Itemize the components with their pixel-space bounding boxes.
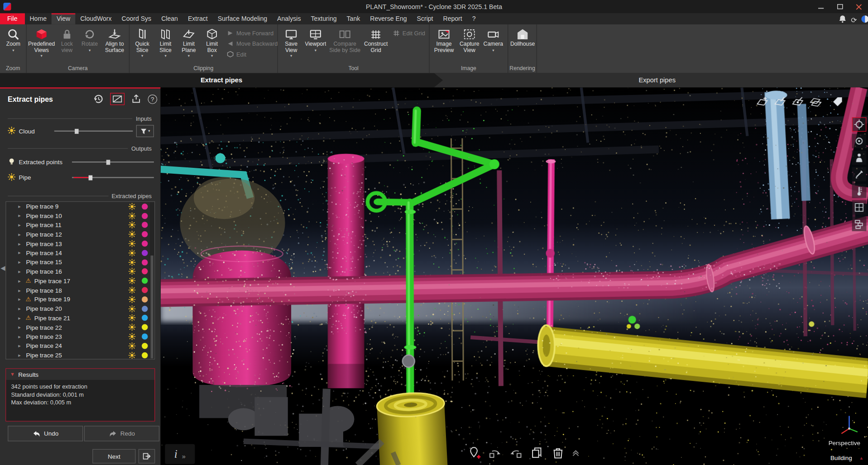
expand-arrow-icon[interactable]: ▸ <box>18 334 25 339</box>
pipe-trace-row[interactable]: ▸⚠Pipe trace 21 <box>6 313 154 323</box>
pipe-trace-row[interactable]: ▸Pipe trace 10 <box>6 211 154 221</box>
selection-tool-button[interactable] <box>110 93 125 105</box>
expand-arrow-icon[interactable]: ▸ <box>18 241 25 247</box>
save-view-button[interactable]: Save View ▾ <box>279 25 303 57</box>
tab-home[interactable]: Home <box>24 13 52 24</box>
tab-file[interactable]: File <box>0 13 24 24</box>
extracted-pipes-list[interactable]: ▸Pipe trace 9▸Pipe trace 10▸Pipe trace 1… <box>5 201 155 360</box>
visibility-sun-icon[interactable] <box>129 351 138 359</box>
projection-mode-label[interactable]: Perspective <box>829 440 860 446</box>
visibility-sun-icon[interactable] <box>129 268 138 275</box>
tab-export-pipes[interactable]: Export pipes <box>621 73 693 87</box>
expand-arrow-icon[interactable]: ▸ <box>18 204 25 209</box>
cloud-opacity-slider[interactable] <box>54 127 133 135</box>
move-backward-button[interactable]: Move Backward <box>227 40 278 47</box>
annotate-pen-button[interactable] <box>852 167 867 181</box>
pipe-trace-row[interactable]: ▸Pipe trace 18 <box>6 285 154 295</box>
list-scrollbar[interactable] <box>150 202 154 358</box>
compare-side-by-side-button[interactable]: Compare Side by Side <box>328 25 362 53</box>
pipe-trace-row[interactable]: ▸Pipe trace 12 <box>6 230 154 239</box>
pipe-trace-row[interactable]: ▸Pipe trace 14 <box>6 248 154 258</box>
tab-extract[interactable]: Extract <box>183 13 213 24</box>
pipe-trace-row[interactable]: ▸Pipe trace 15 <box>6 257 154 267</box>
tab-report[interactable]: Report <box>438 13 467 24</box>
tab-coord-sys[interactable]: Coord Sys <box>116 13 156 24</box>
edit-clipping-button[interactable]: Edit <box>227 51 278 57</box>
center-view-button[interactable] <box>852 134 867 148</box>
edit-grid-button[interactable]: Edit Grid <box>393 30 425 37</box>
limit-slice-button[interactable]: Limit Slice ▾ <box>154 25 177 57</box>
tab-analysis[interactable]: Analysis <box>272 13 306 24</box>
pipe-color-swatch[interactable] <box>142 231 148 237</box>
visibility-sun-icon[interactable] <box>129 231 138 238</box>
building-dropdown[interactable]: Building ▲ <box>826 451 868 465</box>
pipe-trace-row[interactable]: ▸⚠Pipe trace 19 <box>6 295 154 304</box>
axis-gizmo[interactable] <box>839 413 859 437</box>
layers-button[interactable] <box>852 217 867 231</box>
visibility-sun-icon[interactable] <box>129 296 138 303</box>
tab-help[interactable]: ? <box>467 13 481 24</box>
move-forward-button[interactable]: Move Forward <box>227 30 278 37</box>
tab-extract-pipes[interactable]: Extract pipes <box>0 73 443 87</box>
tab-texturing[interactable]: Texturing <box>306 13 341 24</box>
add-point-button[interactable] <box>466 445 481 460</box>
expand-arrow-icon[interactable]: ▸ <box>18 343 25 348</box>
expand-arrow-icon[interactable]: ▸ <box>18 269 25 274</box>
predefined-views-button[interactable]: Predefined Views ▾ <box>28 25 55 57</box>
pipe-color-swatch[interactable] <box>142 296 148 302</box>
delete-button[interactable] <box>550 445 566 460</box>
tab-view[interactable]: View <box>52 13 75 24</box>
expand-arrow-icon[interactable]: ▸ <box>18 250 25 256</box>
visibility-sun-icon[interactable] <box>129 324 138 331</box>
pipe-color-swatch[interactable] <box>142 259 148 265</box>
dollhouse-button[interactable]: Dollhouse <box>509 25 536 47</box>
close-button[interactable] <box>849 0 868 13</box>
visibility-sun-icon[interactable] <box>129 277 138 285</box>
visibility-sun-icon[interactable] <box>129 240 138 247</box>
expand-arrow-icon[interactable]: ▸ <box>18 315 25 321</box>
camera-button[interactable]: Camera ▾ <box>482 25 505 52</box>
tab-cloudworx[interactable]: CloudWorx <box>75 13 116 24</box>
pipe-trace-row[interactable]: ▸Pipe trace 9 <box>6 202 154 211</box>
next-button[interactable]: Next <box>92 449 135 464</box>
tab-surface-modeling[interactable]: Surface Modeling <box>213 13 272 24</box>
pipe-trace-row[interactable]: ▸Pipe trace 24 <box>6 341 154 351</box>
plane-add-icon[interactable] <box>756 95 769 108</box>
construct-grid-button[interactable]: Construct Grid <box>362 25 390 53</box>
maximize-button[interactable] <box>830 0 849 13</box>
align-to-surface-button[interactable]: Align to Surface <box>101 25 129 53</box>
pipe-color-swatch[interactable] <box>142 333 148 339</box>
pipe-trace-row[interactable]: ▸Pipe trace 16 <box>6 267 154 276</box>
expand-arrow-icon[interactable]: ▸ <box>18 306 25 311</box>
expand-arrow-icon[interactable]: ▸ <box>18 222 25 228</box>
assistant-icon[interactable] <box>861 14 868 25</box>
pipe-trace-row[interactable]: ▸Pipe trace 25 <box>6 351 154 360</box>
expand-arrow-icon[interactable]: ▸ <box>18 232 25 237</box>
ucs-grid-button[interactable] <box>852 200 867 215</box>
visibility-sun-icon[interactable] <box>129 222 138 229</box>
cloud-sun-icon[interactable] <box>8 127 15 136</box>
expand-arrow-icon[interactable]: ▸ <box>18 324 25 330</box>
pipe-color-swatch[interactable] <box>142 352 148 358</box>
viewport-3d[interactable]: i » Perspective Building ▲ <box>161 87 868 465</box>
pipe-color-swatch[interactable] <box>142 343 148 349</box>
limit-box-button[interactable]: Limit Box ▾ <box>201 25 224 57</box>
pipe-trace-row[interactable]: ▸Pipe trace 23 <box>6 332 154 342</box>
visibility-sun-icon[interactable] <box>129 249 138 256</box>
capture-view-button[interactable]: Capture View <box>457 25 482 53</box>
expand-arrow-icon[interactable]: ▸ <box>18 352 25 358</box>
pipe-sun-icon[interactable] <box>8 173 15 182</box>
pipe-trace-row[interactable]: ▸Pipe trace 20 <box>6 304 154 313</box>
panel-collapse-arrow[interactable]: ◀ <box>0 264 5 271</box>
info-button[interactable]: i » <box>165 444 195 464</box>
export-button[interactable] <box>129 93 144 105</box>
rotate-clockwise-button[interactable] <box>487 445 503 460</box>
notifications-bell-icon[interactable] <box>838 14 847 25</box>
expand-arrow-icon[interactable]: ▸ <box>18 213 25 218</box>
tab-script[interactable]: Script <box>412 13 438 24</box>
visibility-sun-icon[interactable] <box>129 314 138 322</box>
pipe-color-swatch[interactable] <box>142 287 148 293</box>
sync-icon[interactable]: ⟳ <box>851 16 857 24</box>
cloud-filter-dropdown[interactable]: ▾ <box>136 125 154 137</box>
quick-slice-button[interactable]: Quick Slice ▾ <box>131 25 154 57</box>
